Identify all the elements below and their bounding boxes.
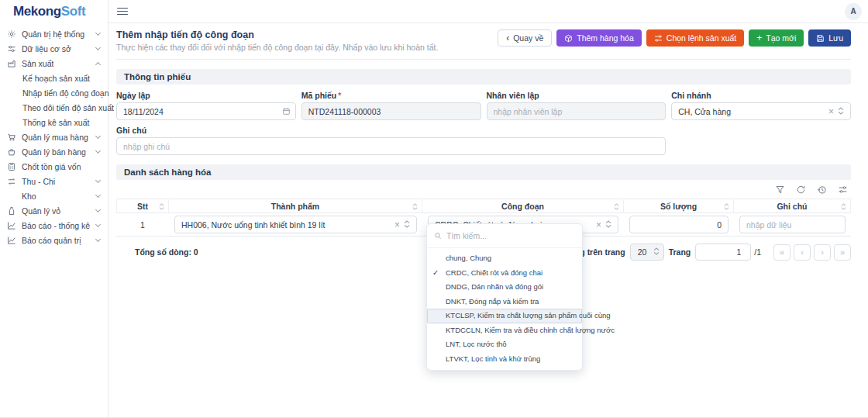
sidebar-item-ke-hoach-san-xuat[interactable]: Kế hoạch sản xuất xyxy=(0,71,108,85)
clear-icon[interactable]: × xyxy=(596,220,601,230)
date-input[interactable] xyxy=(116,102,296,120)
column-header-thanh-pham[interactable]: Thành phẩm xyxy=(169,199,422,213)
chevron-down-icon xyxy=(95,133,101,139)
product-select[interactable]: HH006, Nước uống tinh khiết bình 19 lít … xyxy=(174,216,417,233)
column-header-cong-doan[interactable]: Công đoạn xyxy=(422,199,624,213)
ticket-section-title: Thông tin phiếu xyxy=(116,69,851,85)
total-rows-label: Tổng số dòng: 0 xyxy=(135,247,198,257)
column-header-so-luong[interactable]: Số lượng xyxy=(624,199,734,213)
sort-icon[interactable] xyxy=(841,202,846,212)
save-button[interactable]: Lưu xyxy=(808,29,851,47)
sidebar-item-label: Báo cáo - thống kê xyxy=(22,221,90,230)
branch-value: CH, Cửa hàng xyxy=(678,107,824,116)
branch-select[interactable]: CH, Cửa hàng × xyxy=(671,102,851,120)
topbar: A xyxy=(108,0,868,23)
combobox-arrows-icon[interactable] xyxy=(838,107,844,116)
sidebar-item-quan-tri-he-thong[interactable]: Quản trị hệ thống xyxy=(0,26,108,41)
per-page-stepper[interactable]: 20 xyxy=(630,244,664,261)
code-label: Mã phiếu* xyxy=(301,91,481,100)
combobox-arrows-icon[interactable] xyxy=(605,220,611,230)
dropdown-search[interactable] xyxy=(427,224,582,248)
factory-icon xyxy=(6,58,16,68)
user-avatar[interactable]: A xyxy=(845,3,862,20)
last-page-button[interactable]: » xyxy=(834,244,851,261)
sidebar-item-du-lieu-co-so[interactable]: Dữ liệu cơ sở xyxy=(0,41,108,56)
dropdown-search-input[interactable] xyxy=(446,231,575,240)
sidebar-item-label: Sản xuất xyxy=(22,59,53,68)
sidebar-item-kho[interactable]: Kho xyxy=(0,188,108,203)
table-header-row: Stt Thành phẩm Công đoạn Số lượng Ghi ch… xyxy=(116,199,851,213)
sort-icon[interactable] xyxy=(412,202,418,212)
sidebar-item-nhap-tien-do-cong-doan[interactable]: Nhập tiến độ công đoạn xyxy=(0,85,108,100)
dropdown-option[interactable]: LNT, Lọc nước thô xyxy=(427,337,582,352)
dropdown-option[interactable]: DNDG, Dán nhãn và đóng gói xyxy=(427,280,582,295)
column-header-ghi-chu[interactable]: Ghi chú xyxy=(734,199,851,213)
sidebar-item-quan-ly-mua-hang[interactable]: Quản lý mua hàng xyxy=(0,130,108,144)
save-icon xyxy=(816,34,825,43)
create-new-button[interactable]: + Tạo mới xyxy=(749,29,804,47)
sidebar-item-quan-ly-vo[interactable]: Quản lý vỏ xyxy=(0,203,108,218)
history-icon[interactable] xyxy=(817,185,827,195)
column-settings-icon[interactable] xyxy=(838,185,848,195)
brand-logo[interactable]: MekongSoft xyxy=(0,0,108,23)
combobox-arrows-icon[interactable] xyxy=(404,220,410,230)
sidebar-item-label: Quản lý bán hàng xyxy=(22,147,86,157)
page-subtitle: Thực hiện các thay đổi đối với nhập tiến… xyxy=(116,43,438,52)
sidebar-item-label: Báo cáo quản trị xyxy=(22,236,81,245)
dropdown-option[interactable]: DNKT, Đóng nắp và kiểm tra xyxy=(427,295,582,309)
sidebar-item-chot-ton-gia-von[interactable]: Chốt tồn giá vốn xyxy=(0,159,108,174)
next-page-button[interactable]: › xyxy=(814,244,831,261)
dropdown-option[interactable]: chung, Chung xyxy=(427,251,582,266)
dropdown-option[interactable]: LTVKT, Lọc tinh và khử trùng xyxy=(427,352,582,367)
chevron-down-icon xyxy=(95,30,101,36)
hamburger-menu-icon[interactable] xyxy=(117,5,128,17)
sidebar-item-thong-ke-san-xuat[interactable]: Thống kê sản xuất xyxy=(0,115,108,130)
note-input[interactable] xyxy=(116,137,666,155)
clear-icon[interactable]: × xyxy=(394,220,400,230)
page-header: Thêm nhập tiến độ công đoạn Thực hiện cá… xyxy=(116,29,851,60)
prev-page-button[interactable]: ‹ xyxy=(794,244,811,261)
calendar-icon[interactable] xyxy=(282,105,291,119)
employee-label: Nhân viên lập xyxy=(487,91,666,100)
sort-icon[interactable] xyxy=(159,202,164,212)
row-index: 1 xyxy=(116,220,169,230)
employee-input[interactable] xyxy=(487,102,666,120)
page-title: Thêm nhập tiến độ công đoạn xyxy=(116,29,438,40)
sidebar-item-bao-cao-thong-ke[interactable]: Báo cáo - thống kê xyxy=(0,218,108,233)
branch-label: Chi nhánh xyxy=(671,91,851,100)
row-note-input[interactable] xyxy=(739,216,846,233)
per-page-value: 20 xyxy=(638,247,647,257)
sort-icon[interactable] xyxy=(614,202,619,212)
clear-icon[interactable]: × xyxy=(828,107,834,116)
page-total: /1 xyxy=(754,247,761,257)
quantity-input[interactable] xyxy=(629,216,728,233)
column-header-stt[interactable]: Stt xyxy=(116,199,169,213)
sidebar-item-thu-chi[interactable]: Thu - Chi xyxy=(0,174,108,188)
sidebar-item-quan-ly-ban-hang[interactable]: Quản lý bán hàng xyxy=(0,144,108,159)
stepper-arrows-icon[interactable] xyxy=(653,247,660,257)
dropdown-option[interactable]: KTDCCLN, Kiểm tra và điều chỉnh chất lượ… xyxy=(427,323,582,338)
dropdown-option-selected[interactable]: ✓CRDC, Chiết rót và đóng chai xyxy=(427,266,582,281)
code-input[interactable] xyxy=(301,102,481,120)
sidebar-item-theo-doi-tien-do-san-xuat[interactable]: Theo dõi tiến độ sản xuất xyxy=(0,100,108,115)
sort-icon[interactable] xyxy=(724,202,729,212)
refresh-icon[interactable] xyxy=(796,185,806,195)
brand-primary: Mekong xyxy=(13,4,61,19)
sidebar-item-san-xuat[interactable]: Sản xuất xyxy=(0,56,108,71)
sidebar-item-label: Dữ liệu cơ sở xyxy=(22,44,71,54)
create-new-label: Tạo mới xyxy=(766,33,796,43)
back-button[interactable]: ‹ Quay về xyxy=(498,29,552,47)
package-icon xyxy=(564,34,573,43)
filter-icon[interactable] xyxy=(775,185,785,195)
date-label: Ngày lập xyxy=(116,91,296,100)
chevron-up-icon xyxy=(95,61,101,67)
sidebar-item-bao-cao-quan-tri[interactable]: Báo cáo quản trị xyxy=(0,233,108,247)
dropdown-option-highlighted[interactable]: KTCLSP, Kiểm tra chất lượng sản phẩm cuố… xyxy=(427,309,582,323)
chevron-down-icon xyxy=(95,178,101,183)
add-goods-button[interactable]: Thêm hàng hóa xyxy=(556,29,642,47)
first-page-button[interactable]: « xyxy=(773,244,790,261)
check-icon: ✓ xyxy=(432,266,439,281)
select-production-order-button[interactable]: Chọn lệnh sản xuất xyxy=(646,29,744,47)
swap-arrows-icon xyxy=(6,176,16,186)
page-input[interactable] xyxy=(695,244,751,261)
